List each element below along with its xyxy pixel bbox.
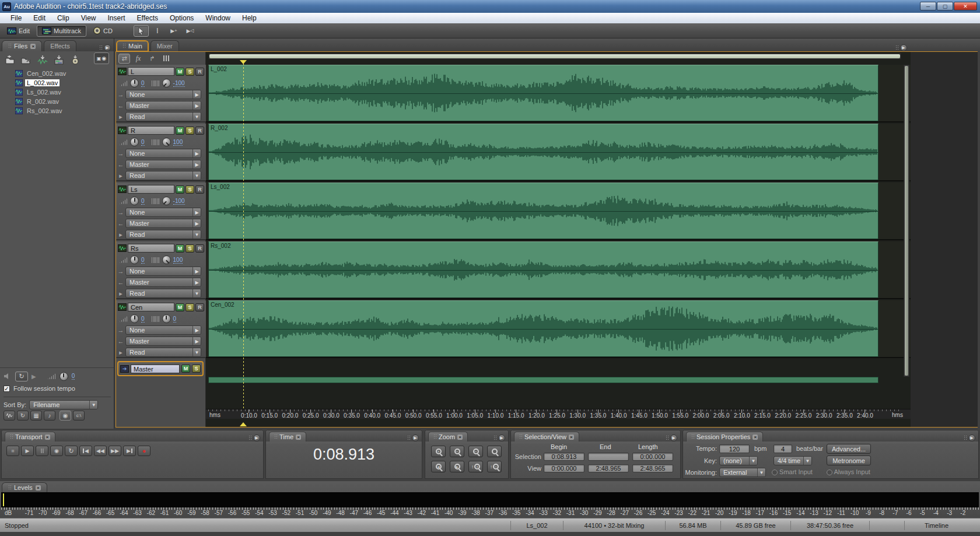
track-record-arm-button[interactable]: R bbox=[195, 303, 204, 311]
track-record-arm-button[interactable]: R bbox=[195, 127, 204, 135]
monitoring-select[interactable]: External▼ bbox=[719, 468, 766, 477]
zoom-in-vertical-button[interactable]: ↕+ bbox=[468, 461, 483, 472]
track-solo-button[interactable]: S bbox=[186, 68, 194, 76]
track-record-arm-button[interactable]: R bbox=[195, 68, 204, 76]
track-lane[interactable]: R_002 bbox=[206, 124, 911, 181]
menu-effects[interactable]: Effects bbox=[131, 14, 164, 22]
master-track-lane[interactable] bbox=[208, 377, 878, 383]
hybrid-select-tool-button[interactable] bbox=[134, 25, 149, 37]
track-output-select[interactable]: Master▶ bbox=[125, 101, 201, 110]
track-output-select[interactable]: Master▶ bbox=[125, 160, 201, 169]
track-volume-knob[interactable] bbox=[130, 138, 139, 146]
track-record-arm-button[interactable]: R bbox=[195, 244, 204, 253]
file-list-item[interactable]: R_002.wav bbox=[0, 97, 114, 106]
files-panel-menu[interactable]: ▶ bbox=[99, 44, 111, 51]
track-input-select[interactable]: None▶ bbox=[125, 325, 201, 335]
track-pan-knob[interactable] bbox=[162, 255, 171, 264]
track-pan-knob[interactable] bbox=[162, 314, 171, 323]
session-display[interactable]: L_002 R_002 Ls_002 Rs_002 Cen_002 bbox=[206, 52, 911, 427]
track-name-field[interactable]: Rs bbox=[128, 244, 174, 253]
track-automation-mode-select[interactable]: Read▼ bbox=[125, 289, 201, 298]
selection-view-panel-menu[interactable]: ▶ bbox=[666, 435, 677, 442]
pause-button[interactable] bbox=[36, 446, 48, 456]
move-clip-tool-button[interactable]: ▶+ bbox=[166, 25, 181, 37]
zoom-in-horizontal-button[interactable]: + bbox=[431, 446, 446, 457]
show-full-paths-toggle[interactable]: c:\ bbox=[73, 411, 85, 421]
track-output-select[interactable]: Master▶ bbox=[125, 337, 201, 346]
record-button[interactable]: ● bbox=[138, 446, 150, 456]
tab-time[interactable]: Time× bbox=[269, 432, 306, 442]
close-file-button[interactable] bbox=[20, 55, 33, 65]
menu-clip[interactable]: Clip bbox=[51, 14, 75, 22]
go-to-end-button[interactable]: ▶ bbox=[123, 446, 136, 456]
preview-play-icon[interactable]: ▶ bbox=[32, 373, 36, 380]
zoom-panel-menu[interactable]: ▶ bbox=[494, 435, 505, 442]
track-name-field[interactable]: Ls bbox=[128, 185, 174, 194]
horizontal-scrollbar-thumb[interactable] bbox=[209, 54, 900, 58]
show-inputs-outputs-button[interactable]: ⇄ bbox=[118, 54, 130, 64]
play-from-cursor-button[interactable]: ◉ bbox=[50, 446, 63, 456]
track-output-select[interactable]: Master▶ bbox=[125, 219, 201, 228]
close-tab-icon[interactable]: × bbox=[36, 485, 41, 491]
track-automation-mode-select[interactable]: Read▼ bbox=[125, 348, 201, 357]
play-looped-button[interactable]: ↻ bbox=[65, 446, 78, 456]
track-volume-value[interactable]: 0 bbox=[141, 316, 145, 323]
track-pan-knob[interactable] bbox=[162, 197, 171, 205]
track-volume-knob[interactable] bbox=[130, 197, 139, 205]
close-tab-icon[interactable]: × bbox=[457, 435, 463, 440]
level-meter[interactable] bbox=[1, 492, 979, 507]
track-volume-value[interactable]: 0 bbox=[141, 257, 145, 264]
track-pan-knob[interactable] bbox=[162, 138, 171, 146]
zoom-in-right-edge-button[interactable]: ▸ bbox=[450, 461, 464, 472]
time-signature-select[interactable]: 4/4 time▼ bbox=[774, 456, 812, 465]
filter-display-toggle[interactable]: ◉ bbox=[60, 411, 71, 421]
follow-tempo-checkbox[interactable]: ✓ bbox=[4, 386, 10, 392]
selection-end-field[interactable] bbox=[588, 453, 629, 461]
panel-menu-icon[interactable]: ▶ bbox=[900, 44, 907, 51]
zoom-in-left-edge-button[interactable]: ◂ bbox=[431, 461, 446, 472]
minimize-button[interactable]: ─ bbox=[920, 2, 936, 10]
auto-play-icon[interactable] bbox=[4, 373, 12, 380]
show-buses-button[interactable]: ↱ bbox=[146, 54, 158, 64]
menu-help[interactable]: Help bbox=[236, 14, 262, 22]
advanced-options-toggle[interactable]: ▣◉ bbox=[94, 52, 109, 64]
track-mute-button[interactable]: M bbox=[176, 127, 184, 135]
track-automation-mode-select[interactable]: Read▼ bbox=[125, 112, 201, 121]
close-tab-icon[interactable]: × bbox=[45, 435, 50, 440]
track-mute-button[interactable]: M bbox=[176, 68, 184, 76]
horizontal-scrollbar[interactable] bbox=[208, 53, 901, 59]
insert-into-session-button[interactable] bbox=[52, 55, 65, 65]
title-bar[interactable]: Au Adobe Audition - choir5.1test track2-… bbox=[0, 0, 980, 13]
track-lane[interactable]: L_002 bbox=[206, 65, 911, 122]
track-pan-knob[interactable] bbox=[162, 79, 171, 87]
session-panel-menu[interactable]: ▶ bbox=[964, 435, 975, 442]
advanced-button[interactable]: Advanced... bbox=[827, 444, 871, 454]
track-mute-button[interactable]: M bbox=[176, 244, 184, 253]
audio-clip[interactable]: Rs_002 bbox=[208, 241, 878, 298]
view-begin-field[interactable]: 0:00.000 bbox=[544, 464, 584, 472]
selection-begin-field[interactable]: 0:08.913 bbox=[544, 453, 584, 461]
cd-view-button[interactable]: CD bbox=[89, 25, 117, 37]
zoom-out-vertical-button[interactable]: ↕− bbox=[487, 461, 502, 472]
vertical-scrollbar-thumb[interactable] bbox=[905, 66, 908, 376]
track-name-field[interactable]: L bbox=[128, 67, 174, 76]
timeline-ruler[interactable]: hms hms 0:10.00:15.00:20.00:25.00:30.00:… bbox=[206, 409, 911, 419]
master-track-strip[interactable]: ➔ Master M S bbox=[117, 361, 204, 376]
track-input-select[interactable]: None▶ bbox=[125, 267, 201, 276]
tab-selection-view[interactable]: Selection/View× bbox=[514, 432, 579, 442]
track-automation-mode-select[interactable]: Read▼ bbox=[125, 171, 201, 180]
beats-per-bar-field[interactable]: 4 bbox=[774, 444, 792, 453]
master-solo-button[interactable]: S bbox=[192, 365, 201, 373]
audio-clip[interactable]: Ls_002 bbox=[208, 183, 878, 239]
view-end-field[interactable]: 2:48.965 bbox=[588, 464, 629, 472]
vertical-scrollbar[interactable] bbox=[904, 65, 909, 377]
master-mute-button[interactable]: M bbox=[181, 365, 190, 373]
transport-panel-menu[interactable]: ▶ bbox=[249, 435, 260, 442]
track-volume-value[interactable]: 0 bbox=[141, 139, 145, 146]
rewind-button[interactable]: ◀◀ bbox=[94, 446, 107, 456]
track-volume-value[interactable]: 0 bbox=[141, 80, 145, 87]
track-volume-knob[interactable] bbox=[130, 255, 139, 264]
track-pan-value[interactable]: 0 bbox=[173, 316, 177, 323]
stop-button[interactable]: ■ bbox=[6, 446, 19, 456]
close-tab-icon[interactable]: × bbox=[569, 435, 574, 440]
